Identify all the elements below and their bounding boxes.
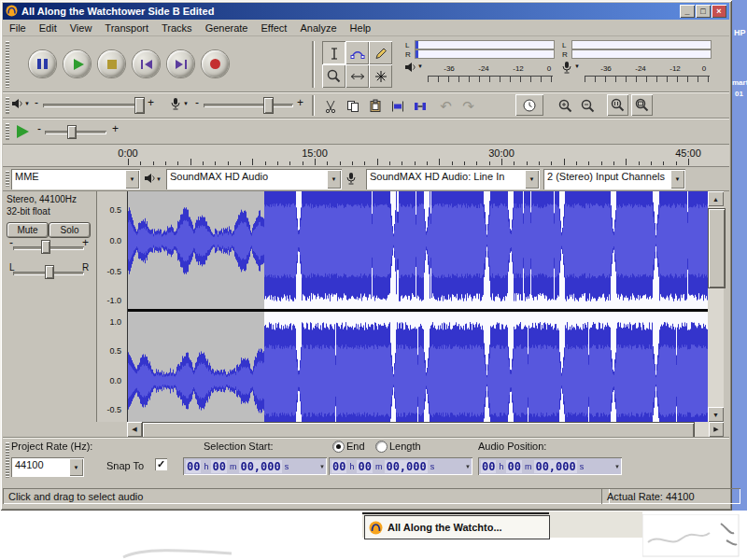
input-channels-dropdown[interactable]: 2 (Stereo) Input Channels ▼ xyxy=(543,169,685,189)
selection-end-time[interactable]: 00h 00m 00,000s ▼ xyxy=(329,457,472,475)
dropdown-arrow-icon[interactable]: ▼ xyxy=(525,170,539,189)
skip-to-start-button[interactable] xyxy=(133,50,160,77)
undo-button[interactable]: ↶ xyxy=(435,95,457,117)
close-button[interactable]: × xyxy=(712,5,726,18)
toolbar-grip[interactable] xyxy=(6,97,9,114)
dropdown-arrow-icon[interactable]: ▼ xyxy=(183,101,189,106)
fit-selection-button[interactable] xyxy=(607,94,628,116)
meter-dropdown-arrow-icon[interactable]: ▼ xyxy=(417,63,423,69)
recording-meter-left-bar[interactable] xyxy=(571,40,712,49)
sync-lock-button[interactable] xyxy=(515,94,543,116)
audio-position-time[interactable]: 00h 00m 00,000s ▼ xyxy=(478,457,622,475)
dropdown-arrow-icon[interactable]: ▼ xyxy=(465,464,471,469)
pan-slider-thumb[interactable] xyxy=(45,265,54,279)
dropdown-arrow-icon[interactable]: ▼ xyxy=(319,464,325,469)
time-digits[interactable]: 00 xyxy=(481,460,496,473)
toolbar-grip[interactable] xyxy=(6,41,9,88)
zoom-tool-button[interactable] xyxy=(322,64,345,88)
input-volume-thumb[interactable] xyxy=(263,97,274,114)
menu-file[interactable]: File xyxy=(3,21,33,35)
taskbar-button[interactable]: All Along the Watchto... xyxy=(364,515,550,539)
toolbar-grip[interactable] xyxy=(6,123,9,140)
length-radio[interactable] xyxy=(375,441,388,453)
time-digits[interactable]: 00 xyxy=(506,460,521,473)
title-bar[interactable]: All Along the Watchtower Side B Edited _… xyxy=(3,3,729,20)
record-button[interactable] xyxy=(202,50,229,77)
minimize-button[interactable]: _ xyxy=(680,5,695,18)
recording-meter-right-bar[interactable] xyxy=(571,49,712,59)
end-radio[interactable] xyxy=(332,441,345,453)
playback-meter-left-bar[interactable] xyxy=(415,40,555,49)
output-volume-thumb[interactable] xyxy=(134,97,145,114)
menu-generate[interactable]: Generate xyxy=(199,21,255,35)
zoom-out-button[interactable] xyxy=(577,95,599,117)
menu-edit[interactable]: Edit xyxy=(33,21,63,35)
time-shift-tool-button[interactable] xyxy=(345,64,369,88)
selection-tool-button[interactable] xyxy=(322,41,345,64)
horizontal-scrollbar[interactable] xyxy=(142,422,709,437)
toolbar-grip[interactable] xyxy=(6,442,9,478)
scroll-left-button[interactable]: ◀ xyxy=(127,422,142,437)
time-digits[interactable]: 00,000 xyxy=(239,460,281,473)
time-digits[interactable]: 00 xyxy=(357,460,372,473)
menu-view[interactable]: View xyxy=(63,21,99,35)
play-button[interactable] xyxy=(63,50,91,77)
input-volume-slider[interactable] xyxy=(204,104,293,107)
dropdown-arrow-icon[interactable]: ▼ xyxy=(327,170,341,189)
time-digits[interactable]: 00,000 xyxy=(534,460,576,473)
waveform-left-channel[interactable] xyxy=(127,191,708,309)
envelope-tool-button[interactable] xyxy=(345,41,369,64)
time-digits[interactable]: 00 xyxy=(211,460,226,473)
redo-button[interactable]: ↷ xyxy=(458,95,479,117)
multi-tool-button[interactable] xyxy=(369,64,392,88)
menu-tracks[interactable]: Tracks xyxy=(155,21,199,35)
project-rate-dropdown[interactable]: 44100 ▼ xyxy=(11,457,84,477)
fit-project-button[interactable] xyxy=(631,94,653,116)
dropdown-arrow-icon[interactable]: ▼ xyxy=(69,458,83,476)
time-digits[interactable]: 00 xyxy=(331,460,346,473)
play-speed-thumb[interactable] xyxy=(67,125,77,139)
silence-button[interactable] xyxy=(409,95,430,117)
input-device-dropdown[interactable]: SoundMAX HD Audio: Line In ▼ xyxy=(366,169,540,189)
paste-button[interactable] xyxy=(364,95,386,117)
draw-tool-button[interactable] xyxy=(369,41,392,64)
menu-analyze[interactable]: Analyze xyxy=(293,21,343,35)
dropdown-arrow-icon[interactable]: ▼ xyxy=(125,170,139,189)
gain-slider-thumb[interactable] xyxy=(41,240,50,254)
output-volume-slider[interactable] xyxy=(43,104,142,107)
pause-button[interactable] xyxy=(29,50,56,77)
trim-button[interactable] xyxy=(387,95,408,117)
dropdown-arrow-icon[interactable]: ▼ xyxy=(614,464,620,469)
menu-transport[interactable]: Transport xyxy=(98,21,155,35)
zoom-in-button[interactable] xyxy=(555,95,576,117)
menu-help[interactable]: Help xyxy=(344,21,378,35)
scroll-right-button[interactable]: ▶ xyxy=(709,422,724,437)
timeline-ruler[interactable]: 0:00 15:00 30:00 45:00 xyxy=(3,145,729,167)
output-device-dropdown[interactable]: SoundMAX HD Audio ▼ xyxy=(166,169,342,189)
time-digits[interactable]: 00 xyxy=(186,460,201,473)
cut-button[interactable] xyxy=(319,95,341,117)
time-digits[interactable]: 00,000 xyxy=(385,460,427,473)
maximize-button[interactable]: □ xyxy=(696,5,711,18)
skip-to-end-button[interactable] xyxy=(167,50,194,77)
meter-dropdown-arrow-icon[interactable]: ▼ xyxy=(574,63,580,69)
waveform-right-channel[interactable] xyxy=(127,312,708,422)
end-radio-label[interactable]: End xyxy=(346,441,365,452)
selection-start-time[interactable]: 00h 00m 00,000s ▼ xyxy=(183,457,327,475)
vertical-ruler[interactable]: 0.5 0.0 -0.5 -1.0 1.0 0.5 0.0 -0.5 xyxy=(97,191,128,422)
scroll-down-button[interactable]: ▼ xyxy=(708,407,724,422)
snap-to-checkbox[interactable]: ✓ xyxy=(155,458,167,470)
menu-effect[interactable]: Effect xyxy=(255,21,294,35)
vertical-scroll-thumb[interactable] xyxy=(708,208,726,288)
play-at-speed-button[interactable] xyxy=(17,125,29,138)
copy-button[interactable] xyxy=(342,95,363,117)
scroll-up-button[interactable]: ▲ xyxy=(708,191,724,206)
toolbar-grip[interactable] xyxy=(6,171,9,187)
vertical-scrollbar[interactable] xyxy=(708,206,724,407)
stop-button[interactable] xyxy=(98,50,125,77)
dropdown-arrow-icon[interactable]: ▼ xyxy=(24,101,30,106)
dropdown-arrow-icon[interactable]: ▼ xyxy=(670,170,684,189)
audio-host-dropdown[interactable]: MME ▼ xyxy=(11,169,140,189)
length-radio-label[interactable]: Length xyxy=(389,441,421,452)
playback-meter-right-bar[interactable] xyxy=(415,49,555,59)
